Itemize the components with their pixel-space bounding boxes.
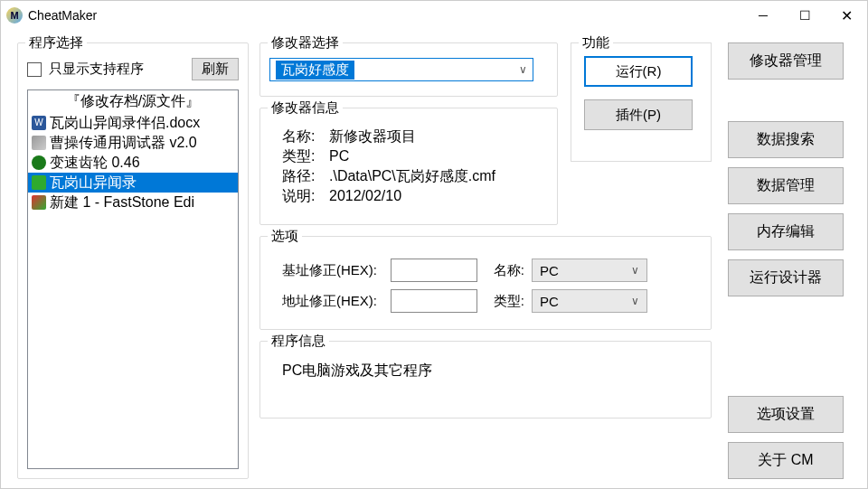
option-settings-button[interactable]: 选项设置 bbox=[728, 396, 844, 433]
base-fix-input[interactable] bbox=[391, 259, 477, 282]
list-item[interactable]: W 瓦岗山异闻录伴侣.docx bbox=[28, 113, 238, 133]
gear-icon bbox=[32, 155, 46, 170]
memory-edit-button[interactable]: 内存编辑 bbox=[728, 213, 844, 250]
list-item[interactable]: 曹操传通用调试器 v2.0 bbox=[28, 133, 238, 153]
list-item-label: 瓦岗山异闻录 bbox=[50, 174, 137, 193]
client-area: 程序选择 只显示支持程序 刷新 『修改存档/源文件』 W 瓦岗山异闻录伴侣.do… bbox=[1, 30, 867, 489]
options-legend: 选项 bbox=[268, 228, 302, 245]
addr-fix-input[interactable] bbox=[391, 289, 477, 313]
list-item-label: 曹操传通用调试器 v2.0 bbox=[50, 134, 197, 153]
type-dropdown[interactable]: PC ∨ bbox=[532, 289, 647, 313]
about-button[interactable]: 关于 CM bbox=[728, 442, 844, 479]
info-path-value: .\Data\PC\瓦岗好感度.cmf bbox=[329, 166, 495, 186]
titlebar: M CheatMaker ─ ☐ ✕ bbox=[1, 1, 867, 30]
type-dropdown-value: PC bbox=[540, 294, 559, 309]
modifier-info-legend: 修改器信息 bbox=[268, 99, 343, 117]
info-desc-value: 2012/02/10 bbox=[329, 186, 401, 206]
modifier-combo-value: 瓦岗好感度 bbox=[276, 61, 354, 80]
chevron-down-icon: ∨ bbox=[519, 63, 527, 76]
list-header: 『修改存档/源文件』 bbox=[28, 90, 238, 113]
modifier-combo[interactable]: 瓦岗好感度 ∨ bbox=[269, 58, 533, 81]
refresh-button[interactable]: 刷新 bbox=[192, 58, 239, 80]
list-item-label: 瓦岗山异闻录伴侣.docx bbox=[50, 114, 200, 133]
data-search-button[interactable]: 数据搜索 bbox=[728, 121, 844, 158]
list-item-label: 变速齿轮 0.46 bbox=[50, 154, 140, 173]
run-designer-button[interactable]: 运行设计器 bbox=[728, 259, 844, 296]
data-manage-button[interactable]: 数据管理 bbox=[728, 167, 844, 204]
options-group: 选项 基址修正(HEX): 名称: PC ∨ 地址修正(HEX): 类型: PC bbox=[259, 236, 712, 330]
minimize-button[interactable]: ─ bbox=[742, 1, 784, 30]
info-type-label: 类型: bbox=[282, 146, 329, 166]
list-item[interactable]: 变速齿轮 0.46 bbox=[28, 153, 238, 173]
window-title: CheatMaker bbox=[28, 8, 97, 23]
close-button[interactable]: ✕ bbox=[826, 1, 867, 30]
chevron-down-icon: ∨ bbox=[631, 264, 639, 277]
faststone-icon bbox=[32, 195, 46, 210]
program-info-group: 程序信息 PC电脑游戏及其它程序 bbox=[259, 341, 712, 418]
chevron-down-icon: ∨ bbox=[631, 295, 639, 307]
info-type-value: PC bbox=[329, 146, 349, 166]
modifier-select-group: 修改器选择 瓦岗好感度 ∨ bbox=[259, 42, 558, 97]
base-fix-label: 基址修正(HEX): bbox=[269, 262, 383, 279]
tools-icon bbox=[32, 136, 46, 150]
info-path-label: 路径: bbox=[282, 166, 329, 186]
name-dropdown[interactable]: PC ∨ bbox=[532, 259, 647, 282]
run-button[interactable]: 运行(R) bbox=[584, 56, 693, 87]
list-item[interactable]: 瓦岗山异闻录 bbox=[28, 173, 238, 193]
functions-group: 功能 运行(R) 插件(P) bbox=[571, 42, 712, 162]
list-item-label: 新建 1 - FastStone Edi bbox=[50, 193, 194, 212]
modifier-info-group: 修改器信息 名称:新修改器项目 类型:PC 路径:.\Data\PC\瓦岗好感度… bbox=[259, 108, 558, 225]
maximize-button[interactable]: ☐ bbox=[784, 1, 826, 30]
name-dropdown-value: PC bbox=[540, 263, 559, 278]
program-info-text: PC电脑游戏及其它程序 bbox=[269, 356, 702, 381]
info-name-label: 名称: bbox=[282, 127, 329, 146]
plugin-button[interactable]: 插件(P) bbox=[584, 99, 693, 130]
list-item[interactable]: 新建 1 - FastStone Edi bbox=[28, 193, 238, 212]
functions-legend: 功能 bbox=[579, 34, 613, 52]
show-supported-checkbox[interactable] bbox=[27, 62, 42, 77]
program-select-group: 程序选择 只显示支持程序 刷新 『修改存档/源文件』 W 瓦岗山异闻录伴侣.do… bbox=[17, 42, 249, 479]
opt-type-label: 类型: bbox=[485, 293, 524, 310]
app-icon bbox=[32, 175, 46, 190]
word-icon: W bbox=[32, 116, 46, 130]
info-name-value: 新修改器项目 bbox=[329, 127, 416, 146]
program-select-legend: 程序选择 bbox=[25, 34, 87, 52]
app-window: M CheatMaker ─ ☐ ✕ 程序选择 只显示支持程序 刷新 『修改存档… bbox=[0, 0, 868, 489]
modifier-manager-button[interactable]: 修改器管理 bbox=[728, 42, 844, 80]
addr-fix-label: 地址修正(HEX): bbox=[269, 293, 383, 310]
app-icon: M bbox=[6, 7, 23, 24]
modifier-select-legend: 修改器选择 bbox=[268, 34, 343, 52]
program-list[interactable]: 『修改存档/源文件』 W 瓦岗山异闻录伴侣.docx 曹操传通用调试器 v2.0… bbox=[27, 89, 239, 469]
show-supported-label: 只显示支持程序 bbox=[49, 61, 144, 78]
program-info-legend: 程序信息 bbox=[268, 333, 329, 350]
info-desc-label: 说明: bbox=[282, 186, 329, 206]
opt-name-label: 名称: bbox=[485, 262, 524, 279]
